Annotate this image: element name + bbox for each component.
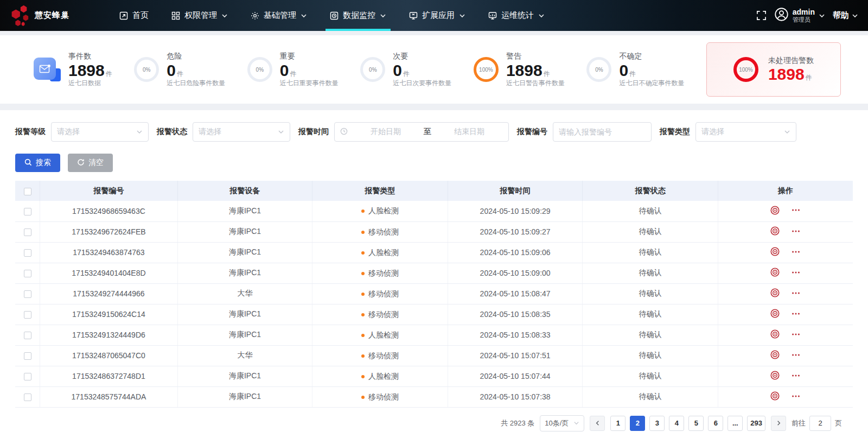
- nav-item-0[interactable]: 首页: [112, 0, 156, 31]
- row-checkbox[interactable]: [24, 311, 31, 319]
- end-date-placeholder[interactable]: 结束日期: [436, 127, 503, 137]
- ops-cell: [718, 325, 853, 345]
- gear-icon: [251, 11, 259, 20]
- nav-item-3[interactable]: 数据监控: [322, 0, 394, 31]
- page-number-button[interactable]: 2: [630, 416, 645, 431]
- more-actions-icon[interactable]: [791, 247, 801, 257]
- page-number-button[interactable]: 4: [669, 416, 684, 431]
- date-separator: 至: [424, 127, 431, 137]
- stat-value: 1898件: [768, 65, 814, 83]
- status-cell: 待确认: [583, 386, 718, 407]
- time-cell: 2024-05-10 15:08:35: [448, 304, 583, 325]
- alarm-number-input[interactable]: [559, 128, 646, 136]
- clear-button[interactable]: 清空: [68, 154, 113, 172]
- search-button[interactable]: 搜索: [15, 154, 60, 172]
- user-name: admin: [793, 8, 815, 16]
- view-eye-icon[interactable]: [770, 267, 780, 277]
- more-actions-icon[interactable]: [791, 391, 801, 401]
- status-cell: 待确认: [583, 242, 718, 263]
- page-number-button[interactable]: 3: [649, 416, 665, 431]
- chevron-down-icon: [573, 420, 579, 426]
- device-cell: 大华: [177, 345, 312, 366]
- stat-unit: 件: [806, 74, 812, 81]
- fullscreen-icon[interactable]: [756, 10, 767, 21]
- row-checkbox[interactable]: [24, 290, 31, 298]
- nav-item-5[interactable]: 运维统计: [481, 0, 552, 31]
- device-cell: 大华: [177, 283, 312, 304]
- status-cell: 待确认: [583, 345, 718, 366]
- progress-ring: 0%: [360, 57, 385, 82]
- more-actions-icon[interactable]: [791, 288, 801, 298]
- home-icon: [119, 11, 128, 20]
- filter-time: 报警时间 开始日期 至 结束日期: [298, 122, 509, 142]
- filter-status-select[interactable]: 请选择: [193, 122, 290, 142]
- more-actions-icon[interactable]: [791, 226, 801, 236]
- row-checkbox[interactable]: [24, 249, 31, 257]
- page-number-button[interactable]: 6: [708, 416, 723, 431]
- more-actions-icon[interactable]: [791, 205, 801, 215]
- view-eye-icon[interactable]: [770, 391, 780, 401]
- row-checkbox[interactable]: [24, 373, 31, 380]
- more-actions-icon[interactable]: [791, 371, 801, 380]
- nav-item-1[interactable]: 权限管理: [164, 0, 235, 31]
- start-date-placeholder[interactable]: 开始日期: [352, 127, 419, 137]
- filter-type-select[interactable]: 请选择: [695, 122, 796, 142]
- goto-suffix: 页: [835, 418, 842, 428]
- prev-page-button[interactable]: [590, 416, 605, 431]
- time-cell: 2024-05-10 15:07:51: [448, 345, 583, 366]
- more-actions-icon[interactable]: [791, 309, 801, 319]
- page-number-button[interactable]: 293: [747, 416, 765, 431]
- stat-subtitle: 近七日不确定事件数量: [619, 79, 684, 87]
- status-cell: 待确认: [583, 325, 718, 345]
- page-ellipsis-button[interactable]: ...: [727, 416, 743, 431]
- main-nav: 首页权限管理基础管理数据监控扩展应用运维统计: [112, 0, 756, 31]
- stat-title: 未处理告警数: [768, 56, 814, 66]
- more-actions-icon[interactable]: [791, 350, 801, 360]
- column-header: 报警设备: [177, 181, 312, 201]
- row-checkbox[interactable]: [24, 332, 31, 339]
- alarm-id-cell: 17153249463874763: [40, 242, 178, 263]
- type-cell: 移动侦测: [312, 221, 448, 242]
- user-menu[interactable]: admin 管理员: [774, 7, 825, 24]
- row-checkbox[interactable]: [24, 208, 31, 215]
- type-cell: 人脸检测: [312, 242, 448, 263]
- view-eye-icon[interactable]: [770, 308, 780, 319]
- view-eye-icon[interactable]: [770, 350, 780, 360]
- date-range-picker[interactable]: 开始日期 至 结束日期: [334, 122, 509, 142]
- alarm-table-wrap: 报警编号报警设备报警类型报警时间报警状态操作 1715324968659463C…: [0, 172, 868, 408]
- more-actions-icon[interactable]: [791, 329, 801, 339]
- view-eye-icon[interactable]: [770, 370, 780, 380]
- table-header-row: 报警编号报警设备报警类型报警时间报警状态操作: [15, 181, 853, 201]
- alarm-id-cell: 171532486372748D1: [40, 366, 178, 386]
- page-number-button[interactable]: 5: [688, 416, 704, 431]
- select-all-checkbox[interactable]: [24, 188, 31, 195]
- goto-page-input[interactable]: [809, 416, 831, 431]
- row-checkbox[interactable]: [24, 270, 31, 277]
- view-eye-icon[interactable]: [770, 246, 780, 257]
- brand-logo: 慧安蜂巢: [8, 3, 104, 28]
- nav-item-2[interactable]: 基础管理: [243, 0, 315, 31]
- ring-percent: 0%: [595, 67, 603, 73]
- nav-item-4[interactable]: 扩展应用: [401, 0, 473, 31]
- row-checkbox[interactable]: [24, 228, 31, 236]
- row-checkbox[interactable]: [24, 352, 31, 360]
- stat-title: 危险: [167, 52, 225, 61]
- page-number-button[interactable]: 1: [610, 416, 626, 431]
- avatar-icon: [774, 7, 789, 24]
- view-eye-icon[interactable]: [770, 226, 780, 236]
- status-cell: 待确认: [583, 304, 718, 325]
- type-cell: 移动侦测: [312, 263, 448, 283]
- view-eye-icon[interactable]: [770, 288, 780, 298]
- more-actions-icon[interactable]: [791, 268, 801, 277]
- help-menu[interactable]: 帮助: [833, 10, 858, 21]
- row-checkbox[interactable]: [24, 393, 31, 401]
- view-eye-icon[interactable]: [770, 329, 780, 339]
- stat-unit: 件: [290, 70, 297, 78]
- filter-level-select[interactable]: 请选择: [51, 122, 149, 142]
- next-page-button[interactable]: [771, 416, 786, 431]
- view-eye-icon[interactable]: [770, 205, 780, 215]
- nav-item-label: 数据监控: [343, 10, 375, 21]
- ring-percent: 0%: [256, 67, 264, 73]
- chevron-down-icon: [852, 12, 858, 19]
- page-size-select[interactable]: 10条/页: [540, 415, 584, 431]
